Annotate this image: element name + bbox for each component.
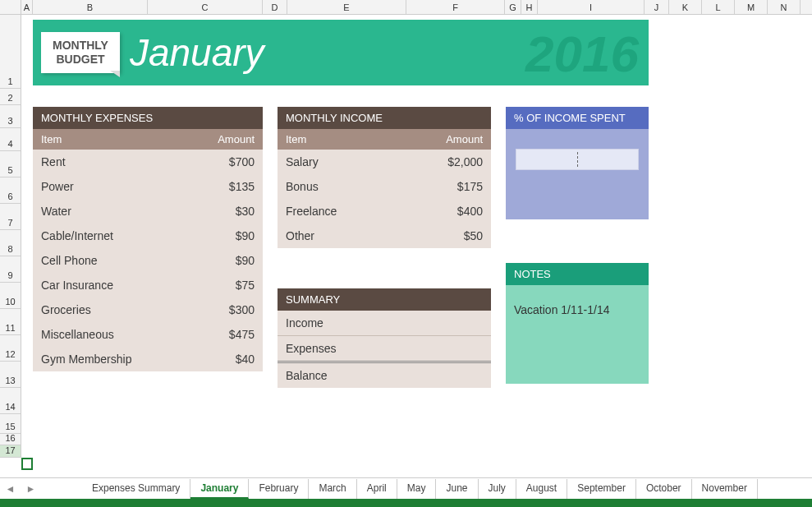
table-row[interactable]: Car Insurance$75 (33, 273, 263, 297)
row-header-7[interactable]: 7 (0, 204, 21, 230)
row-header-14[interactable]: 14 (0, 388, 21, 414)
month-title: January (130, 30, 264, 75)
row-header-9[interactable]: 9 (0, 256, 21, 283)
income-spent-header: % OF INCOME SPENT (506, 107, 649, 129)
col-header-F[interactable]: F (406, 0, 505, 14)
tab-may[interactable]: May (397, 479, 437, 499)
table-row[interactable]: Gym Membership$40 (33, 347, 263, 371)
income-header: MONTHLY INCOME (278, 107, 491, 129)
row-header-15[interactable]: 15 (0, 414, 21, 434)
expense-item: Cable/Internet (41, 229, 113, 242)
tab-november[interactable]: November (692, 479, 758, 499)
row-header-10[interactable]: 10 (0, 283, 21, 309)
badge-line1: MONTHLY (53, 39, 108, 53)
income-spent-body (506, 129, 649, 219)
notes-body[interactable]: Vacation 1/11-1/14 (506, 285, 649, 384)
table-row[interactable]: Power$135 (33, 174, 263, 199)
col-header-B[interactable]: B (33, 0, 148, 14)
row-header-8[interactable]: 8 (0, 230, 21, 256)
col-header-J[interactable]: J (645, 0, 669, 14)
expense-amount: $300 (229, 303, 255, 316)
summary-row[interactable]: Income (278, 311, 491, 336)
summary-label: Expenses (286, 342, 336, 355)
row-header-13[interactable]: 13 (0, 362, 21, 388)
tab-prev-icon[interactable]: ◄ (6, 483, 16, 495)
table-row[interactable]: Groceries$300 (33, 297, 263, 322)
col-header-K[interactable]: K (669, 0, 702, 14)
summary-body: Income Expenses Balance (278, 311, 491, 388)
row-header-16[interactable]: 16 (0, 434, 21, 445)
income-item: Salary (286, 155, 319, 168)
budget-badge: MONTHLY BUDGET (41, 32, 120, 73)
income-amount: $400 (457, 205, 483, 218)
tab-next-icon[interactable]: ► (26, 483, 36, 495)
notes-header: NOTES (506, 263, 649, 285)
expense-amount: $75 (236, 279, 255, 292)
tab-expenses-summary[interactable]: Expenses Summary (82, 479, 190, 499)
row-header-1[interactable]: 1 (0, 15, 21, 89)
row-header-12[interactable]: 12 (0, 335, 21, 362)
income-amount: $2,000 (447, 155, 483, 168)
col-header-G[interactable]: G (505, 0, 521, 14)
active-cell[interactable] (21, 458, 33, 470)
expense-amount: $90 (236, 254, 255, 267)
tab-april[interactable]: April (357, 479, 397, 499)
tab-january[interactable]: January (190, 479, 249, 499)
table-row[interactable]: Other$50 (278, 224, 491, 248)
summary-row[interactable]: Expenses (278, 336, 491, 363)
row-header-5[interactable]: 5 (0, 151, 21, 177)
income-item: Bonus (286, 180, 319, 193)
table-row[interactable]: Salary$2,000 (278, 150, 491, 174)
table-row[interactable]: Cable/Internet$90 (33, 224, 263, 248)
row-header-11[interactable]: 11 (0, 309, 21, 335)
table-row[interactable]: Rent$700 (33, 150, 263, 174)
col-header-H[interactable]: H (521, 0, 538, 14)
tab-august[interactable]: August (516, 479, 567, 499)
expense-amount: $135 (229, 180, 255, 193)
col-header-E[interactable]: E (287, 0, 406, 14)
income-spent-card: % OF INCOME SPENT (506, 107, 649, 219)
expenses-card: MONTHLY EXPENSES Item Amount Rent$700Pow… (33, 107, 263, 371)
col-header-A[interactable]: A (21, 0, 33, 14)
summary-label: Income (286, 316, 323, 330)
table-row[interactable]: Cell Phone$90 (33, 248, 263, 273)
expense-item: Water (41, 205, 71, 218)
col-header-C[interactable]: C (148, 0, 263, 14)
income-amount: $50 (464, 229, 483, 242)
row-header-17[interactable]: 17 (0, 445, 21, 458)
summary-card: SUMMARY Income Expenses Balance (278, 288, 491, 388)
table-row[interactable]: Bonus$175 (278, 174, 491, 199)
row-header-2[interactable]: 2 (0, 89, 21, 105)
tab-june[interactable]: June (436, 479, 478, 499)
table-row[interactable]: Water$30 (33, 199, 263, 224)
summary-row[interactable]: Balance (278, 363, 491, 388)
expense-amount: $700 (229, 155, 255, 168)
col-header-L[interactable]: L (702, 0, 735, 14)
tab-july[interactable]: July (479, 479, 516, 499)
expense-item: Miscellaneous (41, 328, 114, 341)
income-card: MONTHLY INCOME Item Amount Salary$2,000B… (278, 107, 491, 248)
row-header-3[interactable]: 3 (0, 105, 21, 128)
col-header-N[interactable]: N (768, 0, 801, 14)
select-all-corner[interactable] (0, 0, 21, 14)
worksheet[interactable]: MONTHLY BUDGET January 2016 MONTHLY EXPE… (21, 15, 812, 478)
col-header-M[interactable]: M (735, 0, 768, 14)
col-header-I[interactable]: I (538, 0, 645, 14)
row-header-4[interactable]: 4 (0, 128, 21, 151)
expenses-header: MONTHLY EXPENSES (33, 107, 263, 129)
table-row[interactable]: Freelance$400 (278, 199, 491, 224)
tab-october[interactable]: October (636, 479, 692, 499)
title-banner: MONTHLY BUDGET January 2016 (33, 20, 649, 85)
tab-march[interactable]: March (309, 479, 356, 499)
col-header-D[interactable]: D (263, 0, 287, 14)
row-header-6[interactable]: 6 (0, 177, 21, 204)
tab-september[interactable]: September (567, 479, 636, 499)
notes-card: NOTES Vacation 1/11-1/14 (506, 263, 649, 384)
expense-item: Cell Phone (41, 254, 98, 267)
expense-item: Rent (41, 155, 66, 168)
income-item: Freelance (286, 205, 337, 218)
tab-february[interactable]: February (249, 479, 309, 499)
table-row[interactable]: Miscellaneous$475 (33, 322, 263, 347)
summary-header: SUMMARY (278, 288, 491, 311)
tab-nav-arrows: ◄ ► (0, 483, 41, 495)
